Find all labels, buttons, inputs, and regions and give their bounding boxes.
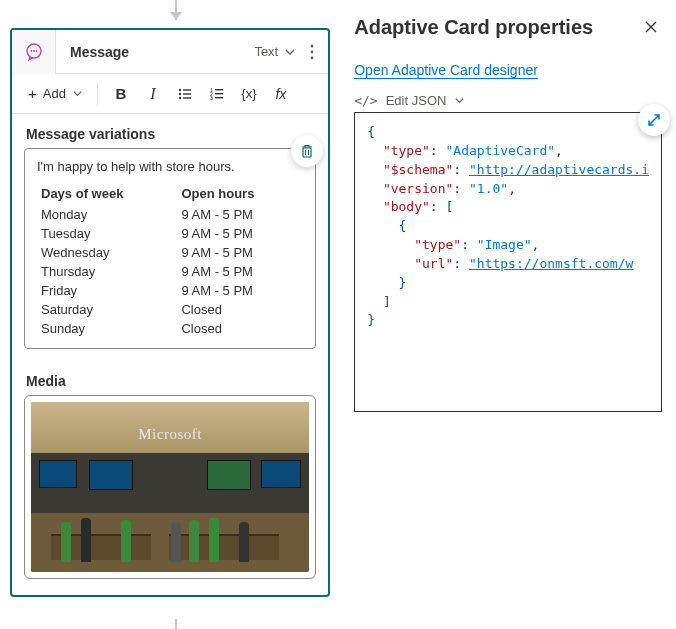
svg-point-1 bbox=[30, 50, 32, 52]
svg-point-3 bbox=[35, 50, 37, 52]
properties-panel: Adaptive Card properties Open Adaptive C… bbox=[340, 0, 676, 629]
kebab-icon bbox=[310, 44, 314, 60]
plus-icon: + bbox=[28, 85, 37, 102]
output-type-label: Text bbox=[254, 44, 278, 59]
media-heading: Media bbox=[12, 361, 328, 395]
variations-heading: Message variations bbox=[12, 114, 328, 148]
open-designer-link[interactable]: Open Adaptive Card designer bbox=[354, 62, 538, 79]
more-menu-button[interactable] bbox=[304, 44, 328, 60]
table-row: Monday9 AM - 5 PM bbox=[37, 205, 303, 224]
add-label: Add bbox=[43, 86, 66, 101]
cell-hours: 9 AM - 5 PM bbox=[177, 262, 303, 281]
store-image: Microsoft bbox=[31, 402, 309, 572]
cell-day: Thursday bbox=[37, 262, 177, 281]
close-panel-button[interactable] bbox=[640, 16, 662, 42]
expand-icon bbox=[646, 112, 662, 128]
cell-hours: 9 AM - 5 PM bbox=[177, 224, 303, 243]
cell-day: Tuesday bbox=[37, 224, 177, 243]
output-type-selector[interactable]: Text bbox=[246, 44, 304, 59]
delete-button[interactable] bbox=[291, 135, 323, 167]
media-attachment[interactable]: Microsoft bbox=[24, 395, 316, 579]
bullet-list-button[interactable] bbox=[170, 79, 200, 109]
table-row: Friday9 AM - 5 PM bbox=[37, 281, 303, 300]
cell-hours: Closed bbox=[177, 300, 303, 319]
json-editor[interactable]: { "type": "AdaptiveCard", "$schema": "ht… bbox=[354, 112, 662, 412]
svg-point-6 bbox=[311, 56, 314, 59]
svg-point-7 bbox=[179, 88, 181, 90]
cell-hours: Closed bbox=[177, 319, 303, 338]
col-day-header: Days of week bbox=[37, 184, 177, 205]
svg-rect-8 bbox=[183, 89, 191, 90]
svg-point-11 bbox=[179, 96, 181, 98]
svg-rect-10 bbox=[183, 93, 191, 94]
svg-rect-18 bbox=[215, 97, 223, 98]
edit-json-label: Edit JSON bbox=[386, 93, 447, 108]
flow-connector-bottom bbox=[175, 619, 177, 629]
svg-point-2 bbox=[33, 50, 35, 52]
trash-icon bbox=[299, 143, 315, 159]
image-logo-text: Microsoft bbox=[138, 426, 202, 443]
cell-day: Friday bbox=[37, 281, 177, 300]
flow-arrow-icon bbox=[170, 12, 182, 20]
table-row: SundayClosed bbox=[37, 319, 303, 338]
cell-day: Wednesday bbox=[37, 243, 177, 262]
svg-point-9 bbox=[179, 92, 181, 94]
chevron-down-icon bbox=[284, 46, 296, 58]
bullet-list-icon bbox=[177, 86, 193, 102]
col-hours-header: Open hours bbox=[177, 184, 303, 205]
variable-button[interactable]: {x} bbox=[234, 79, 264, 109]
svg-text:3: 3 bbox=[210, 95, 213, 101]
svg-rect-12 bbox=[183, 97, 191, 98]
svg-rect-14 bbox=[215, 89, 223, 90]
message-variation-box[interactable]: I'm happy to help with store hours. Days… bbox=[24, 148, 316, 349]
separator bbox=[97, 83, 98, 105]
svg-point-5 bbox=[311, 50, 314, 53]
message-node: Message Text + Add B I bbox=[10, 28, 330, 597]
add-button[interactable]: + Add bbox=[22, 79, 89, 109]
svg-rect-19 bbox=[303, 148, 311, 157]
close-icon bbox=[644, 20, 658, 34]
expand-editor-button[interactable] bbox=[638, 104, 670, 136]
cell-day: Saturday bbox=[37, 300, 177, 319]
intro-text: I'm happy to help with store hours. bbox=[37, 159, 303, 174]
numbered-list-button[interactable]: 123 bbox=[202, 79, 232, 109]
bold-button[interactable]: B bbox=[106, 79, 136, 109]
formatting-toolbar: + Add B I 123 {x} fx bbox=[12, 74, 328, 114]
italic-button[interactable]: I bbox=[138, 79, 168, 109]
cell-day: Sunday bbox=[37, 319, 177, 338]
node-title: Message bbox=[56, 44, 246, 60]
cell-day: Monday bbox=[37, 205, 177, 224]
svg-rect-16 bbox=[215, 93, 223, 94]
hours-table: Days of week Open hours Monday9 AM - 5 P… bbox=[37, 184, 303, 338]
chevron-down-icon bbox=[454, 95, 465, 106]
chevron-down-icon bbox=[72, 88, 83, 99]
table-row: SaturdayClosed bbox=[37, 300, 303, 319]
table-row: Thursday9 AM - 5 PM bbox=[37, 262, 303, 281]
formula-button[interactable]: fx bbox=[266, 79, 296, 109]
panel-title: Adaptive Card properties bbox=[354, 16, 593, 39]
cell-hours: 9 AM - 5 PM bbox=[177, 281, 303, 300]
cell-hours: 9 AM - 5 PM bbox=[177, 243, 303, 262]
cell-hours: 9 AM - 5 PM bbox=[177, 205, 303, 224]
edit-json-toggle[interactable]: </> Edit JSON bbox=[354, 93, 662, 108]
message-icon bbox=[12, 30, 56, 74]
table-row: Tuesday9 AM - 5 PM bbox=[37, 224, 303, 243]
table-row: Wednesday9 AM - 5 PM bbox=[37, 243, 303, 262]
svg-point-4 bbox=[311, 44, 314, 47]
code-icon: </> bbox=[354, 93, 377, 108]
numbered-list-icon: 123 bbox=[209, 86, 225, 102]
node-header: Message Text bbox=[12, 30, 328, 74]
